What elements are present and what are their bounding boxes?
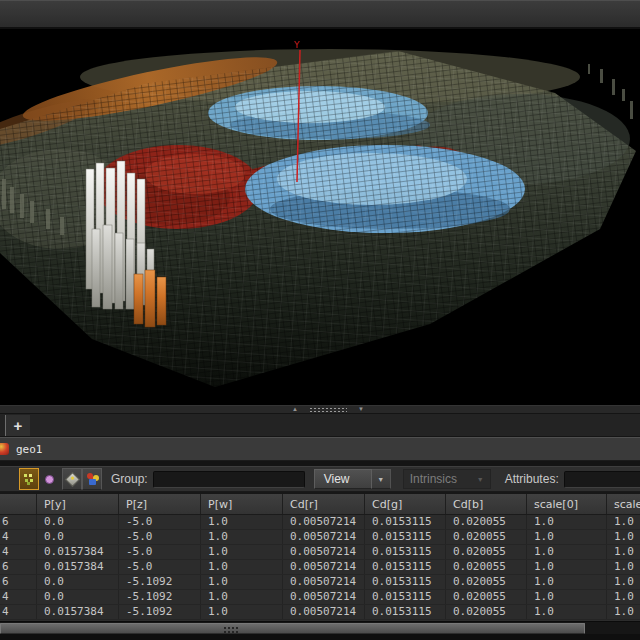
table-cell[interactable]: 0.00507214	[282, 605, 364, 619]
table-cell[interactable]: 0.00507214	[282, 575, 364, 589]
level-button-points[interactable]	[19, 468, 39, 490]
table-cell[interactable]: 0.0153115	[364, 530, 445, 544]
column-header[interactable]: Cd[r]	[282, 494, 364, 514]
table-cell[interactable]: 6	[0, 560, 36, 574]
table-cell[interactable]: -5.0	[118, 560, 200, 574]
breadcrumb-node-name[interactable]: geo1	[16, 443, 43, 456]
table-cell[interactable]: 0.00507214	[282, 560, 364, 574]
table-cell[interactable]: 0.0153115	[364, 560, 445, 574]
table-cell[interactable]: 0.020055	[445, 515, 526, 529]
table-cell[interactable]: 1.0	[526, 545, 606, 559]
collapse-down-icon[interactable]: ▼	[358, 406, 364, 413]
table-cell[interactable]: 1.0	[606, 545, 640, 559]
table-cell[interactable]: 0.0153115	[364, 575, 445, 589]
table-cell[interactable]: 4	[0, 590, 36, 604]
column-header[interactable]: P[z]	[118, 494, 200, 514]
view-dropdown-button[interactable]: View	[314, 469, 372, 489]
horizontal-scrollbar[interactable]	[0, 621, 640, 634]
table-cell[interactable]: 0.0153115	[364, 515, 445, 529]
table-cell[interactable]: 4	[0, 545, 36, 559]
table-cell[interactable]: -5.0	[118, 515, 200, 529]
viewport-scene[interactable]: Y	[0, 29, 640, 405]
column-header[interactable]: Cd[b]	[445, 494, 526, 514]
table-cell[interactable]: 6	[0, 515, 36, 529]
table-cell[interactable]: -5.1092	[118, 575, 200, 589]
table-cell[interactable]: 0.020055	[445, 605, 526, 619]
table-cell[interactable]: 1.0	[606, 515, 640, 529]
table-row[interactable]: 40.0-5.10921.00.005072140.01531150.02005…	[0, 590, 640, 605]
new-tab-button[interactable]: +	[5, 415, 30, 436]
table-cell[interactable]: 0.00507214	[282, 590, 364, 604]
table-cell[interactable]: 4	[0, 605, 36, 619]
column-header[interactable]: scale[	[606, 494, 640, 514]
table-row[interactable]: 60.0-5.01.00.005072140.01531150.0200551.…	[0, 515, 640, 530]
splitter-handle[interactable]: ▲ ▼	[292, 406, 364, 413]
scene-viewport[interactable]: Y	[0, 29, 640, 405]
table-cell[interactable]: 1.0	[606, 605, 640, 619]
table-cell[interactable]: 0.0153115	[364, 545, 445, 559]
table-cell[interactable]: 0.0	[36, 575, 118, 589]
table-cell[interactable]: 1.0	[526, 560, 606, 574]
table-cell[interactable]: 4	[0, 530, 36, 544]
table-cell[interactable]: 1.0	[526, 605, 606, 619]
group-input[interactable]	[153, 471, 305, 488]
table-cell[interactable]: 1.0	[200, 605, 282, 619]
table-cell[interactable]: -5.1092	[118, 590, 200, 604]
level-button-primitives[interactable]	[62, 468, 82, 490]
scrollbar-thumb[interactable]	[0, 623, 585, 634]
table-cell[interactable]: 1.0	[200, 575, 282, 589]
table-cell[interactable]: 0.020055	[445, 575, 526, 589]
table-cell[interactable]: 1.0	[606, 560, 640, 574]
column-header[interactable]: P[w]	[200, 494, 282, 514]
level-button-detail[interactable]	[82, 468, 102, 490]
column-header[interactable]: Cd[g]	[364, 494, 445, 514]
table-row[interactable]: 40.0157384-5.01.00.005072140.01531150.02…	[0, 545, 640, 560]
table-cell[interactable]: 0.0153115	[364, 605, 445, 619]
intrinsics-dropdown[interactable]: Intrinsics ▼	[403, 469, 491, 489]
table-cell[interactable]: 1.0	[526, 515, 606, 529]
column-header[interactable]: P[y]	[36, 494, 118, 514]
table-cell[interactable]: 0.00507214	[282, 515, 364, 529]
table-cell[interactable]: 0.0157384	[36, 545, 118, 559]
table-cell[interactable]: 0.00507214	[282, 530, 364, 544]
level-button-vertices[interactable]	[39, 468, 59, 490]
table-cell[interactable]: -5.1092	[118, 605, 200, 619]
table-cell[interactable]: 0.020055	[445, 560, 526, 574]
table-cell[interactable]: 1.0	[200, 530, 282, 544]
table-cell[interactable]: -5.0	[118, 545, 200, 559]
table-cell[interactable]: 1.0	[200, 590, 282, 604]
viewport-toolbar-strip	[0, 0, 640, 29]
table-cell[interactable]: 0.020055	[445, 530, 526, 544]
pane-splitter[interactable]: ▲ ▼	[0, 405, 640, 414]
table-cell[interactable]: 0.020055	[445, 590, 526, 604]
table-cell[interactable]: 1.0	[606, 530, 640, 544]
table-row[interactable]: 60.0157384-5.01.00.005072140.01531150.02…	[0, 560, 640, 575]
table-cell[interactable]: 1.0	[526, 530, 606, 544]
table-cell[interactable]: -5.0	[118, 530, 200, 544]
table-cell[interactable]: 6	[0, 575, 36, 589]
view-dropdown-arrow-icon[interactable]: ▼	[372, 469, 391, 489]
table-row[interactable]: 60.0-5.10921.00.005072140.01531150.02005…	[0, 575, 640, 590]
table-cell[interactable]: 0.0	[36, 530, 118, 544]
table-cell[interactable]: 0.0153115	[364, 590, 445, 604]
table-cell[interactable]: 0.0157384	[36, 560, 118, 574]
table-cell[interactable]: 0.0157384	[36, 605, 118, 619]
table-cell[interactable]: 0.0	[36, 515, 118, 529]
table-cell[interactable]: 1.0	[200, 560, 282, 574]
column-header[interactable]: scale[0]	[526, 494, 606, 514]
table-cell[interactable]: 0.00507214	[282, 545, 364, 559]
table-row[interactable]: 40.0-5.01.00.005072140.01531150.0200551.…	[0, 530, 640, 545]
table-cell[interactable]: 1.0	[606, 575, 640, 589]
table-cell[interactable]: 0.020055	[445, 545, 526, 559]
column-header[interactable]	[0, 494, 36, 514]
table-cell[interactable]: 0.0	[36, 590, 118, 604]
table-row[interactable]: 40.0157384-5.10921.00.005072140.01531150…	[0, 605, 640, 620]
attributes-input[interactable]	[564, 471, 640, 488]
table-cell[interactable]: 1.0	[526, 590, 606, 604]
table-cell[interactable]: 1.0	[200, 545, 282, 559]
collapse-up-icon[interactable]: ▲	[292, 406, 298, 413]
splitter-grip-icon[interactable]	[309, 407, 347, 413]
table-cell[interactable]: 1.0	[200, 515, 282, 529]
table-cell[interactable]: 1.0	[526, 575, 606, 589]
table-cell[interactable]: 1.0	[606, 590, 640, 604]
